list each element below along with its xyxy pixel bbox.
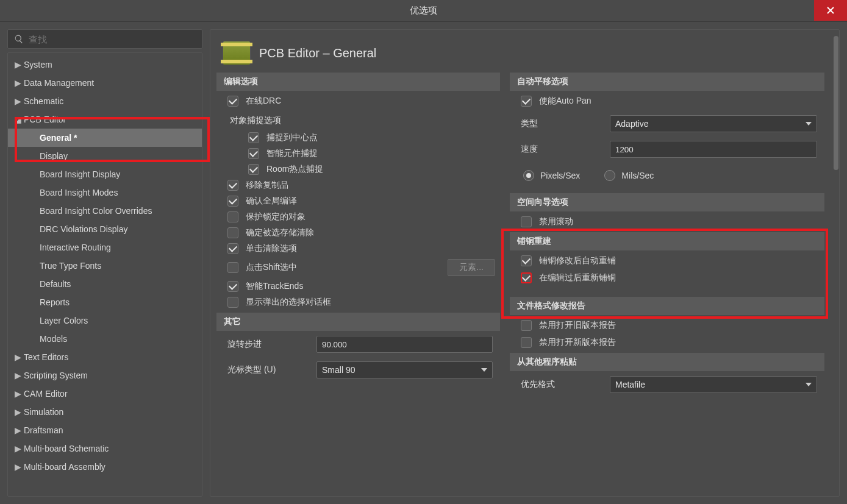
tree-item-label: System (24, 60, 52, 69)
radio-mils-per-sec[interactable] (604, 170, 615, 181)
checkbox-smart-trackends[interactable] (227, 281, 238, 292)
label-repour-on-edit: 在编辑过后重新铺铜 (539, 272, 616, 283)
chevron-down-icon (806, 122, 812, 126)
tree-item[interactable]: Display (8, 147, 202, 165)
checkbox-show-select-dialog[interactable] (227, 297, 238, 308)
dropdown-cursor-type[interactable]: Small 90 (316, 361, 493, 378)
checkbox-enable-autopan[interactable] (521, 96, 532, 107)
section-repour: 铺铜重建 (510, 232, 824, 250)
chevron-down-icon (481, 368, 487, 372)
tree-item[interactable]: True Type Fonts (8, 257, 202, 275)
checkbox-auto-repour[interactable] (521, 255, 532, 266)
input-rotation-step[interactable] (316, 336, 493, 353)
label-snap-options: 对象捕捉选项 (227, 112, 495, 127)
label-cursor-type: 光标类型 (U) (227, 364, 307, 375)
tree-item-label: Text Editors (24, 352, 68, 362)
label-autopan-type: 类型 (521, 118, 600, 129)
label-disable-new-report: 禁用打开新版本报告 (539, 337, 616, 348)
label-auto-repour: 铺铜修改后自动重铺 (539, 255, 616, 266)
search-box[interactable] (7, 29, 202, 49)
label-confirm-global: 确认全局编译 (246, 196, 297, 207)
chevron-right-icon: ▶ (12, 351, 24, 363)
checkbox-snap-center[interactable] (248, 132, 259, 143)
tree-item[interactable]: General * (8, 129, 202, 147)
checkbox-shift-click[interactable] (227, 262, 238, 273)
checkbox-repour-on-edit[interactable] (521, 272, 532, 283)
search-input[interactable] (29, 34, 196, 44)
scrollbar-thumb[interactable] (834, 36, 838, 170)
tree-item[interactable]: ▶System (8, 55, 202, 74)
tree-item[interactable]: Board Insight Color Overrides (8, 202, 202, 220)
radio-pixels-per-sec[interactable] (523, 170, 534, 181)
tree-item[interactable]: ▶Data Management (8, 74, 202, 92)
checkbox-disable-new-report[interactable] (521, 337, 532, 348)
tree-item[interactable]: Defaults (8, 275, 202, 293)
tree-item-label: DRC Violations Display (40, 224, 127, 234)
tree-item[interactable]: DRC Violations Display (8, 220, 202, 238)
checkbox-click-clears[interactable] (227, 243, 238, 254)
tree-item[interactable]: ▶Multi-board Schematic (8, 439, 202, 458)
label-show-select-dialog: 显示弹出的选择对话框 (246, 297, 331, 308)
scrollbar[interactable] (833, 36, 839, 490)
tree-item-label: PCB Editor (24, 115, 66, 124)
preferences-tree[interactable]: ▶System▶Data Management▶Schematic◢PCB Ed… (7, 52, 202, 497)
chevron-right-icon: ▶ (12, 406, 24, 418)
checkbox-remove-duplicates[interactable] (227, 180, 238, 191)
tree-item-label: Models (40, 334, 67, 344)
tree-item[interactable]: Board Insight Modes (8, 183, 202, 202)
tree-item[interactable]: Layer Colors (8, 311, 202, 330)
label-preferred-format: 优先格式 (521, 379, 600, 390)
tree-item-label: Data Management (24, 78, 94, 88)
label-shift-click: 点击Shift选中 (246, 262, 297, 273)
section-spacenav: 空间向导选项 (510, 193, 824, 211)
close-button[interactable] (814, 0, 847, 21)
chevron-down-icon: ◢ (12, 113, 24, 126)
tree-item-label: Draftsman (24, 425, 63, 435)
tree-item-label: Defaults (40, 279, 71, 289)
label-enable-autopan: 使能Auto Pan (539, 96, 591, 107)
tree-item[interactable]: ◢PCB Editor (8, 110, 202, 129)
label-protect-locked: 保护锁定的对象 (246, 211, 306, 222)
chevron-right-icon: ▶ (12, 388, 24, 400)
input-autopan-speed[interactable] (610, 141, 817, 158)
tree-item[interactable]: ▶Text Editors (8, 348, 202, 366)
tree-item[interactable]: Reports (8, 293, 202, 311)
dropdown-autopan-type[interactable]: Adaptive (610, 115, 817, 132)
tree-item[interactable]: ▶Simulation (8, 403, 202, 421)
tree-item[interactable]: Interactive Routing (8, 238, 202, 257)
tree-item[interactable]: Board Insight Display (8, 165, 202, 183)
label-autopan-speed: 速度 (521, 144, 600, 155)
close-icon (826, 6, 835, 15)
tree-item-label: CAM Editor (24, 389, 68, 399)
tree-item-label: Interactive Routing (40, 243, 111, 252)
tree-item-label: Layer Colors (40, 316, 88, 325)
checkbox-protect-locked[interactable] (227, 211, 238, 222)
checkbox-disable-scroll[interactable] (521, 216, 532, 227)
tree-item[interactable]: ▶Multi-board Assembly (8, 458, 202, 476)
tree-item-label: Multi-board Schematic (24, 444, 109, 453)
tree-item[interactable]: ▶Schematic (8, 92, 202, 110)
tree-item[interactable]: Models (8, 330, 202, 348)
label-mils-per-sec: Mils/Sec (621, 171, 654, 180)
label-rotation-step: 旋转步进 (227, 339, 307, 350)
tree-item[interactable]: ▶Draftsman (8, 421, 202, 439)
section-edit-options: 编辑选项 (216, 73, 500, 91)
tree-item[interactable]: ▶Scripting System (8, 366, 202, 385)
tree-item[interactable]: ▶CAM Editor (8, 385, 202, 403)
dropdown-autopan-type-value: Adaptive (615, 119, 648, 129)
checkbox-confirm-memory-clear[interactable] (227, 227, 238, 238)
dropdown-preferred-format[interactable]: Metafile (610, 376, 817, 393)
chevron-right-icon: ▶ (12, 77, 24, 89)
tree-item-label: Board Insight Modes (40, 188, 118, 197)
checkbox-online-drc[interactable] (227, 96, 238, 107)
tree-item-label: Schematic (24, 96, 63, 106)
checkbox-disable-old-report[interactable] (521, 320, 532, 331)
checkbox-confirm-global[interactable] (227, 196, 238, 207)
chevron-right-icon: ▶ (12, 461, 24, 473)
checkbox-smart-component-snap[interactable] (248, 148, 259, 159)
chevron-down-icon (806, 383, 812, 386)
checkbox-room-hotspot-snap[interactable] (248, 164, 259, 175)
label-smart-component-snap: 智能元件捕捉 (266, 148, 318, 159)
tree-item-label: Simulation (24, 407, 63, 417)
elements-button[interactable]: 元素... (448, 259, 495, 276)
